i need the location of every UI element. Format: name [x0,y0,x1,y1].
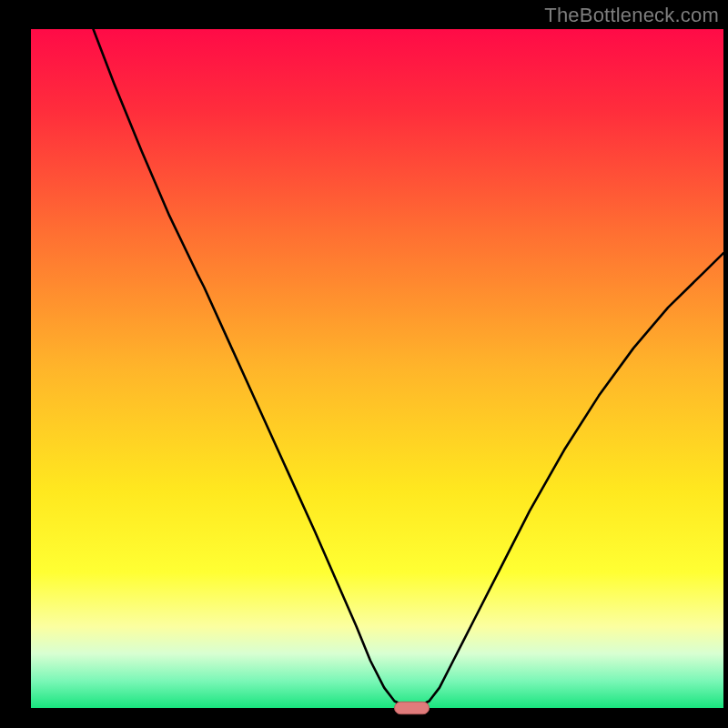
optimal-point [395,702,430,713]
chart-frame: TheBottleneck.com [0,0,728,728]
watermark-text: TheBottleneck.com [544,4,719,27]
bottleneck-chart [0,0,728,728]
